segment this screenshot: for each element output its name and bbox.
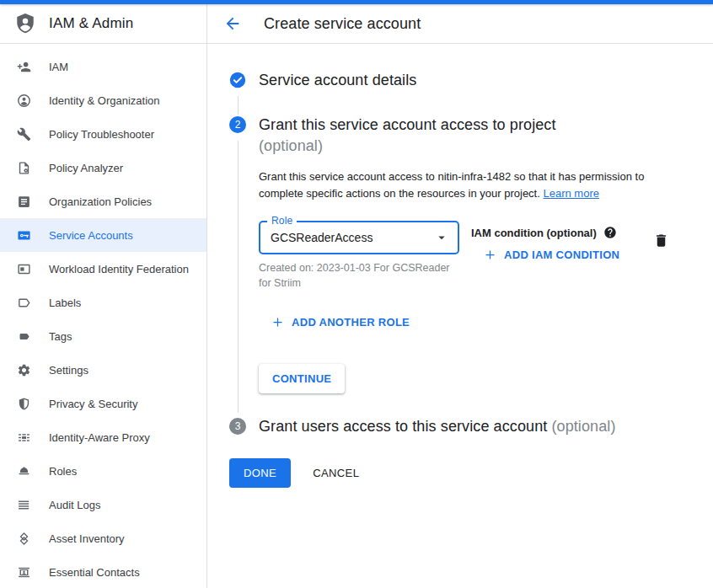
role-select[interactable]: Role GCSReaderAccess (259, 221, 459, 254)
sidebar-item-label: Labels (49, 297, 81, 309)
sidebar-item-iam[interactable]: IAM (0, 50, 206, 83)
sidebar-item-audit-logs[interactable]: Audit Logs (0, 488, 206, 521)
step-connector (238, 141, 239, 413)
role-helper-text: Created on: 2023-01-03 For GCSReader for… (259, 260, 459, 291)
person-add-icon (16, 59, 31, 74)
role-select-value: GCSReaderAccess (271, 231, 373, 244)
add-another-role-label: ADD ANOTHER ROLE (292, 316, 410, 329)
sidebar-item-label: Policy Analyzer (49, 162, 123, 174)
back-button[interactable] (222, 13, 243, 34)
cancel-button[interactable]: CANCEL (313, 467, 359, 479)
step-3-rail: 3 (229, 416, 246, 437)
sidebar-item-asset-inventory[interactable]: Asset Inventory (0, 521, 206, 555)
delete-role-button[interactable] (651, 231, 671, 250)
identity-person-icon (16, 93, 31, 108)
badge-card-icon (16, 261, 31, 276)
add-another-role-button[interactable]: ADD ANOTHER ROLE (271, 316, 410, 329)
document-gear-icon (16, 160, 31, 175)
sidebar-item-service-accounts[interactable]: Service Accounts (0, 218, 206, 252)
hard-hat-icon (16, 463, 31, 478)
add-iam-condition-label: ADD IAM CONDITION (504, 249, 619, 261)
trash-icon (653, 233, 669, 249)
sidebar-item-label: Roles (49, 465, 77, 478)
arrow-back-icon (223, 14, 242, 33)
main-panel: Create service account Service account d… (207, 4, 713, 588)
sidebar-item-label: Asset Inventory (49, 532, 125, 545)
service-account-key-icon (16, 227, 31, 243)
continue-button[interactable]: CONTINUE (259, 364, 345, 393)
sidebar-nav: IAM Identity & Organization Policy Troub… (0, 44, 206, 588)
step-2: 2 Grant this service account access to p… (229, 115, 713, 416)
shield-half-icon (16, 396, 31, 411)
step-3-title[interactable]: Grant users access to this service accou… (259, 416, 713, 437)
sidebar-item-label: Audit Logs (49, 499, 100, 511)
top-accent-bar (0, 0, 713, 4)
step-complete-check-icon (229, 70, 246, 88)
iam-condition-label: IAM condition (optional) (471, 227, 597, 239)
sidebar-item-organization-policies[interactable]: Organization Policies (0, 184, 206, 218)
step-3-title-text: Grant users access to this service accou… (259, 418, 547, 435)
iam-condition-column: IAM condition (optional) ADD IAM CONDITI… (471, 221, 619, 265)
step-3-optional-label: (optional) (551, 418, 615, 435)
sidebar-item-label: Settings (49, 364, 88, 377)
sidebar-item-label: Identity & Organization (49, 94, 160, 107)
iam-admin-shield-icon (14, 13, 36, 35)
sidebar-item-label: Tags (49, 330, 72, 343)
product-title: IAM & Admin (49, 15, 133, 32)
step-2-description: Grant this service account access to nit… (259, 168, 673, 202)
sidebar-item-label: Essential Contacts (49, 566, 140, 579)
step-2-number-badge: 2 (229, 116, 246, 133)
wrench-icon (16, 126, 31, 142)
sidebar-item-essential-contacts[interactable]: Essential Contacts (0, 555, 206, 588)
sidebar-item-labels[interactable]: Labels (0, 286, 206, 319)
form-actions: DONE CANCEL (229, 458, 713, 488)
sidebar-item-label: Service Accounts (49, 229, 133, 242)
sidebar-item-roles[interactable]: Roles (0, 454, 206, 488)
sidebar-item-policy-troubleshooter[interactable]: Policy Troubleshooter (0, 117, 206, 151)
step-1-rail (229, 70, 246, 115)
layered-diamonds-icon (16, 531, 31, 546)
label-outline-icon (16, 295, 31, 310)
step-connector (238, 96, 239, 115)
sidebar-item-identity-aware-proxy[interactable]: Identity-Aware Proxy (0, 420, 206, 454)
sidebar-item-label: Identity-Aware Proxy (49, 431, 150, 444)
step-2-title: Grant this service account access to pro… (259, 115, 713, 136)
step-2-rail: 2 (229, 115, 246, 416)
contact-card-icon (16, 564, 31, 580)
sidebar-item-label: IAM (49, 61, 68, 73)
step-1: Service account details (229, 70, 713, 115)
sidebar-item-label: Workload Identity Federation (49, 263, 189, 275)
sidebar-item-identity-organization[interactable]: Identity & Organization (0, 83, 206, 117)
done-button[interactable]: DONE (229, 458, 291, 488)
plus-icon (484, 249, 496, 261)
learn-more-link[interactable]: Learn more (543, 187, 598, 200)
role-row: Role GCSReaderAccess Created on: 2023-01… (259, 221, 713, 291)
sidebar-item-label: Organization Policies (49, 195, 152, 208)
step-3-number-badge: 3 (229, 418, 246, 435)
step-1-title[interactable]: Service account details (259, 70, 713, 91)
sidebar-item-settings[interactable]: Settings (0, 353, 206, 387)
sidebar-item-policy-analyzer[interactable]: Policy Analyzer (0, 151, 206, 184)
step-3: 3 Grant users access to this service acc… (229, 416, 713, 437)
page-header: Create service account (207, 4, 713, 44)
add-iam-condition-button[interactable]: ADD IAM CONDITION (484, 249, 619, 261)
page-title: Create service account (264, 15, 421, 33)
sidebar-item-label: Policy Troubleshooter (49, 128, 154, 141)
dropdown-caret-icon (434, 230, 449, 245)
sidebar: IAM & Admin IAM Identity & Organization … (0, 4, 207, 588)
step-2-optional-label: (optional) (259, 136, 713, 157)
sidebar-item-tags[interactable]: Tags (0, 319, 206, 353)
list-lines-icon (16, 497, 31, 512)
proxy-grid-icon (16, 430, 31, 445)
gear-icon (16, 362, 31, 377)
help-icon[interactable] (603, 226, 617, 239)
tag-filled-icon (16, 329, 31, 344)
sidebar-item-workload-identity-federation[interactable]: Workload Identity Federation (0, 252, 206, 286)
document-lines-icon (16, 194, 31, 209)
plus-icon (271, 316, 284, 329)
sidebar-item-privacy-security[interactable]: Privacy & Security (0, 387, 206, 420)
sidebar-item-label: Privacy & Security (49, 398, 137, 410)
role-select-label: Role (267, 215, 297, 227)
wizard-content: Service account details 2 Grant this ser… (207, 44, 713, 488)
sidebar-header: IAM & Admin (0, 4, 206, 44)
